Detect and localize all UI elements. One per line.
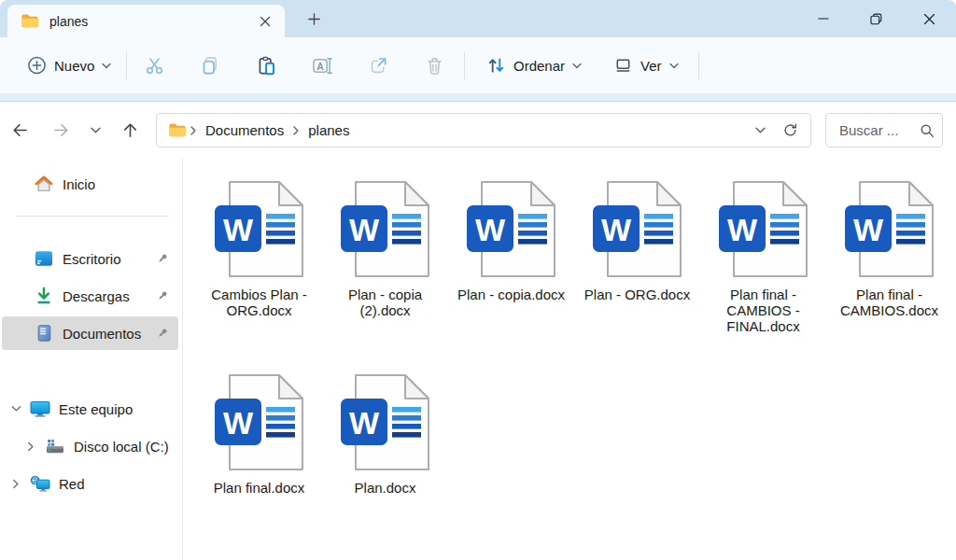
sidebar-item-documentos[interactable]: Documentos xyxy=(2,316,178,350)
sidebar-item-este-equipo[interactable]: Este equipo xyxy=(2,392,178,426)
file-name-label: Plan.docx xyxy=(355,480,416,496)
home-icon xyxy=(34,174,54,194)
sort-button[interactable]: Ordenar xyxy=(478,49,590,82)
svg-text:W: W xyxy=(349,405,380,441)
tab-title: planes xyxy=(49,14,88,29)
chevron-down-icon xyxy=(102,63,111,68)
pin-icon xyxy=(156,252,169,265)
folder-icon xyxy=(21,13,39,29)
minimize-button[interactable] xyxy=(796,0,850,37)
file-row: W Cambios Plan - ORG.docx W Plan - copia… xyxy=(196,173,952,366)
file-name-label: Cambios Plan - ORG.docx xyxy=(202,287,317,318)
sidebar-item-label: Este equipo xyxy=(59,401,133,417)
address-bar[interactable]: Documentos planes xyxy=(156,113,811,147)
breadcrumb-item-planes[interactable]: planes xyxy=(302,119,355,142)
sidebar-item-label: Escritorio xyxy=(63,251,121,267)
sidebar-item-descargas[interactable]: Descargas xyxy=(2,279,178,313)
paste-icon xyxy=(257,56,276,76)
file-name-label: Plan - ORG.docx xyxy=(584,287,690,302)
toolbar-divider xyxy=(464,51,465,79)
pin-icon xyxy=(156,289,169,302)
file-item[interactable]: W Plan - ORG.docx xyxy=(574,173,700,302)
scissors-icon xyxy=(145,56,164,76)
chevron-right-icon[interactable] xyxy=(24,441,37,452)
sidebar-item-label: Descargas xyxy=(63,288,130,304)
pin-icon xyxy=(156,327,169,340)
new-button[interactable]: Nuevo xyxy=(19,49,120,82)
recent-locations-button[interactable] xyxy=(83,114,107,146)
word-document-icon: W xyxy=(340,180,430,278)
view-button[interactable]: Ver xyxy=(605,49,687,82)
sidebar-item-disco-local[interactable]: Disco local (C:) xyxy=(2,429,178,463)
plus-circle-icon xyxy=(27,56,47,76)
paste-button[interactable] xyxy=(247,48,285,83)
word-document-icon: W xyxy=(466,180,556,278)
file-item[interactable]: W Plan.docx xyxy=(322,366,448,496)
folder-icon xyxy=(168,122,187,138)
search-icon[interactable] xyxy=(920,123,935,138)
word-document-icon: W xyxy=(844,180,935,278)
file-name-label: Plan final - CAMBIOS.docx xyxy=(832,287,948,318)
file-row: W Plan final.docx W Plan.docx xyxy=(196,366,952,496)
file-item[interactable]: W Plan final - CAMBIOS.docx xyxy=(826,173,952,318)
file-list: W Cambios Plan - ORG.docx W Plan - copia… xyxy=(196,173,952,496)
new-button-label: Nuevo xyxy=(54,58,94,74)
copy-icon xyxy=(201,56,220,76)
sidebar-item-escritorio[interactable]: Escritorio xyxy=(2,242,178,275)
svg-text:W: W xyxy=(727,212,758,247)
share-icon xyxy=(369,56,388,76)
forward-button[interactable] xyxy=(45,114,77,146)
file-item[interactable]: W Plan - copia.docx xyxy=(448,173,574,302)
chevron-down-icon xyxy=(572,63,582,68)
tab-planes[interactable]: planes xyxy=(7,5,285,37)
file-item[interactable]: W Plan final - CAMBIOS - FINAL.docx xyxy=(700,173,826,334)
share-button[interactable] xyxy=(359,48,397,83)
tab-close-icon[interactable] xyxy=(253,9,277,34)
copy-button[interactable] xyxy=(191,48,229,83)
word-document-icon: W xyxy=(592,180,682,278)
word-document-icon: W xyxy=(214,180,304,278)
file-name-label: Plan - copia.docx xyxy=(457,287,565,302)
svg-text:W: W xyxy=(853,212,884,247)
file-name-label: Plan - copia (2).docx xyxy=(328,287,443,318)
file-name-label: Plan final.docx xyxy=(214,480,305,496)
chevron-down-icon xyxy=(669,63,679,68)
sidebar-item-label: Documentos xyxy=(63,326,141,342)
sidebar-item-red[interactable]: Red xyxy=(2,467,178,500)
file-item[interactable]: W Plan final.docx xyxy=(196,366,322,496)
file-item[interactable]: W Plan - copia (2).docx xyxy=(322,173,448,318)
back-button[interactable] xyxy=(4,114,35,146)
view-layout-icon xyxy=(613,56,633,76)
refresh-button[interactable] xyxy=(775,117,805,145)
rename-button[interactable]: A xyxy=(303,48,341,83)
svg-text:W: W xyxy=(223,212,254,247)
cut-button[interactable] xyxy=(135,48,173,83)
file-item[interactable]: W Cambios Plan - ORG.docx xyxy=(196,173,322,318)
search-input[interactable] xyxy=(837,121,914,139)
main-area: Inicio Escritorio xyxy=(0,159,956,560)
up-button[interactable] xyxy=(114,114,146,146)
sidebar-item-inicio[interactable]: Inicio xyxy=(2,167,178,201)
sidebar-divider xyxy=(17,216,169,217)
desktop-icon xyxy=(34,248,54,269)
delete-button[interactable] xyxy=(415,48,453,83)
file-name-label: Plan final - CAMBIOS - FINAL.docx xyxy=(706,287,822,334)
toolbar-divider xyxy=(698,51,699,79)
chevron-right-icon[interactable] xyxy=(9,479,22,489)
view-button-label: Ver xyxy=(640,58,662,74)
sort-arrows-icon xyxy=(486,56,506,76)
new-tab-button[interactable] xyxy=(301,7,327,32)
svg-text:W: W xyxy=(601,212,632,247)
breadcrumb-item-documentos[interactable]: Documentos xyxy=(200,119,289,142)
address-dropdown-button[interactable] xyxy=(745,117,775,145)
local-disk-icon xyxy=(45,436,65,456)
rename-icon: A xyxy=(312,56,333,76)
sidebar-item-label: Red xyxy=(59,476,85,492)
window-controls xyxy=(796,0,956,37)
close-button[interactable] xyxy=(903,0,956,37)
this-pc-icon xyxy=(30,399,50,419)
title-bar: planes xyxy=(0,0,956,37)
chevron-down-icon[interactable] xyxy=(9,405,22,413)
sort-button-label: Ordenar xyxy=(513,58,565,74)
restore-button[interactable] xyxy=(850,0,903,37)
